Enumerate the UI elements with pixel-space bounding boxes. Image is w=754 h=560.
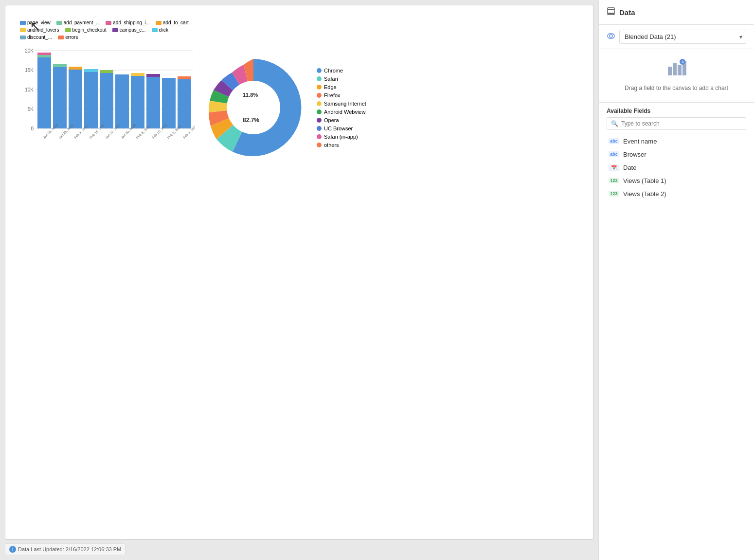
svg-rect-10 bbox=[37, 57, 51, 128]
pie-legend-safari-inapp: Safari (in-app) bbox=[317, 134, 366, 140]
legend-item-campus: campus_c... bbox=[112, 27, 146, 33]
svg-rect-49 bbox=[678, 65, 682, 75]
pie-dot-others bbox=[317, 143, 322, 147]
pie-dot-edge bbox=[317, 85, 322, 90]
svg-text:82.7%: 82.7% bbox=[243, 117, 259, 124]
legend-item-discount: discount_... bbox=[20, 35, 52, 40]
legend-item-click: click bbox=[152, 27, 168, 33]
field-badge-browser: abc bbox=[609, 151, 619, 157]
svg-rect-22 bbox=[131, 76, 144, 128]
legend-color-campus bbox=[112, 28, 118, 32]
legend-label-click: click bbox=[159, 27, 168, 33]
sidebar-header: Data bbox=[599, 0, 754, 25]
legend-label-add-payment: add_payment_... bbox=[64, 20, 100, 25]
legend-color-errors bbox=[58, 36, 64, 39]
pie-legend-samsung: Samsung Internet bbox=[317, 101, 366, 107]
legend-label-android-lovers: android_lovers bbox=[27, 27, 59, 33]
svg-rect-24 bbox=[146, 77, 160, 128]
legend-label-add-to-cart: add_to_cart bbox=[163, 20, 189, 25]
svg-rect-23 bbox=[131, 73, 144, 76]
legend-item-add-shipping: add_shipping_i... bbox=[106, 20, 150, 25]
search-box[interactable]: 🔍 bbox=[607, 117, 746, 130]
pie-label-firefox: Firefox bbox=[324, 92, 341, 98]
pie-legend-others: others bbox=[317, 142, 366, 148]
pie-legend-firefox: Firefox bbox=[317, 92, 366, 98]
pie-label-opera: Opera bbox=[324, 117, 339, 123]
blend-icon bbox=[607, 32, 615, 42]
pie-dot-chrome bbox=[317, 68, 322, 73]
data-source-row: Blended Data (21) bbox=[599, 25, 754, 49]
legend-label-campus: campus_c... bbox=[120, 27, 146, 33]
legend-color-click bbox=[152, 28, 158, 32]
svg-rect-13 bbox=[53, 67, 67, 128]
pie-dot-uc-browser bbox=[317, 126, 322, 131]
svg-rect-21 bbox=[115, 74, 129, 128]
svg-rect-26 bbox=[162, 78, 176, 128]
svg-point-39 bbox=[227, 81, 280, 134]
field-label-views2: Views (Table 2) bbox=[623, 190, 666, 198]
canvas-inner: ↖ page_view add_payment_... add_shipping… bbox=[5, 5, 593, 539]
pie-legend-opera: Opera bbox=[317, 117, 366, 123]
field-item-browser[interactable]: abc Browser bbox=[607, 148, 746, 161]
legend-color-add-payment bbox=[56, 21, 62, 25]
svg-text:11.8%: 11.8% bbox=[243, 92, 258, 98]
bar-chart-svg: 20K 15K 10K 5K 0 bbox=[20, 43, 195, 164]
available-fields-title: Available Fields bbox=[607, 103, 746, 117]
svg-rect-43 bbox=[608, 10, 614, 13]
database-icon bbox=[607, 7, 615, 18]
svg-rect-47 bbox=[668, 67, 672, 75]
legend-item-begin-checkout: begin_checkout bbox=[65, 27, 107, 33]
field-badge-views2: 123 bbox=[609, 191, 619, 197]
legend-item-add-to-cart: add_to_cart bbox=[156, 20, 189, 25]
svg-text:10K: 10K bbox=[25, 87, 34, 92]
search-input[interactable] bbox=[621, 120, 742, 127]
pie-label-safari: Safari bbox=[324, 76, 338, 82]
legend-item-add-payment: add_payment_... bbox=[56, 20, 100, 25]
svg-rect-42 bbox=[608, 8, 614, 9]
field-label-browser: Browser bbox=[623, 151, 646, 158]
search-icon: 🔍 bbox=[611, 120, 618, 127]
pie-label-samsung: Samsung Internet bbox=[324, 101, 366, 107]
pie-label-edge: Edge bbox=[324, 84, 337, 90]
legend-label-add-shipping: add_shipping_i... bbox=[113, 20, 150, 25]
pie-label-safari-inapp: Safari (in-app) bbox=[324, 134, 358, 140]
data-source-select-wrap[interactable]: Blended Data (21) bbox=[619, 30, 746, 44]
field-badge-event-name: abc bbox=[609, 138, 619, 144]
field-item-views-table1[interactable]: 123 Views (Table 1) bbox=[607, 174, 746, 187]
svg-text:+: + bbox=[682, 59, 684, 65]
legend-color-begin-checkout bbox=[65, 28, 71, 32]
canvas-container[interactable]: ↖ page_view add_payment_... add_shipping… bbox=[5, 5, 593, 540]
svg-rect-14 bbox=[53, 64, 67, 67]
pie-dot-safari bbox=[317, 76, 322, 81]
legend-color-page-view bbox=[20, 21, 26, 25]
pie-chart-area: 11.8% 82.7% Chrome Safari Edge bbox=[200, 35, 395, 181]
field-item-date[interactable]: 📅 Date bbox=[607, 161, 746, 174]
pie-legend-android-webview: Android Webview bbox=[317, 109, 366, 115]
svg-text:5K: 5K bbox=[28, 107, 34, 112]
data-source-select[interactable]: Blended Data (21) bbox=[619, 30, 746, 44]
add-chart-area: + Drag a field to the canvas to add a ch… bbox=[599, 49, 754, 103]
sidebar: Data Blended Data (21) + bbox=[598, 0, 754, 560]
svg-rect-20 bbox=[100, 70, 113, 73]
legend-item-page-view: page_view bbox=[20, 20, 51, 25]
field-item-views-table2[interactable]: 123 Views (Table 2) bbox=[607, 187, 746, 200]
add-chart-icon: + bbox=[667, 59, 686, 80]
info-icon: i bbox=[9, 546, 16, 553]
field-label-views1: Views (Table 1) bbox=[623, 177, 666, 184]
svg-rect-11 bbox=[37, 55, 51, 57]
pie-dot-firefox bbox=[317, 93, 322, 98]
svg-rect-17 bbox=[84, 72, 98, 128]
svg-rect-15 bbox=[69, 70, 82, 128]
svg-rect-18 bbox=[84, 69, 98, 72]
status-bar: i Data Last Updated: 2/16/2022 12:06:33 … bbox=[5, 543, 126, 555]
field-item-event-name[interactable]: abc Event name bbox=[607, 135, 746, 148]
pie-legend-uc-browser: UC Browser bbox=[317, 126, 366, 131]
field-badge-views1: 123 bbox=[609, 178, 619, 183]
field-label-event-name: Event name bbox=[623, 138, 657, 145]
field-badge-date: 📅 bbox=[609, 164, 619, 171]
legend-color-add-to-cart bbox=[156, 21, 162, 25]
legend-label-begin-checkout: begin_checkout bbox=[72, 27, 107, 33]
sidebar-title: Data bbox=[619, 8, 635, 17]
svg-rect-44 bbox=[608, 14, 614, 15]
svg-rect-25 bbox=[146, 74, 160, 77]
